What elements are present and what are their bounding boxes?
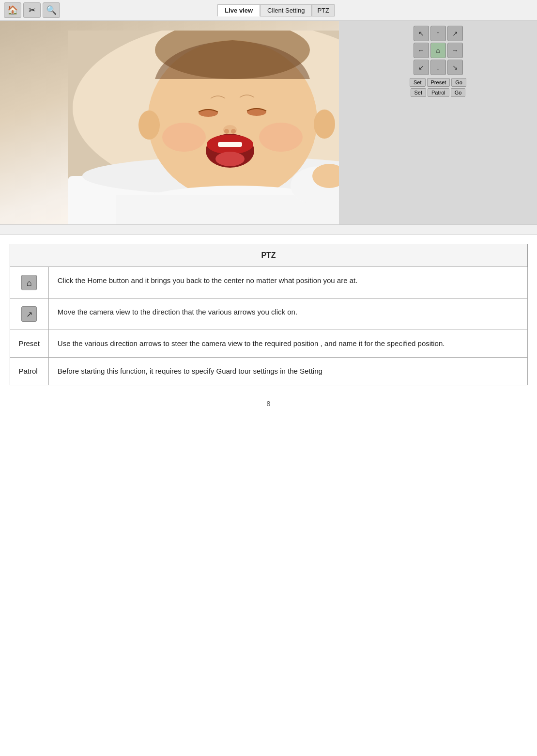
top-toolbar: 🏠 ✂ 🔍 Live view Client Setting PTZ xyxy=(0,0,537,21)
ptz-patrol-row: Set Patrol Go xyxy=(411,88,466,97)
arrow-description: Move the camera view to the direction th… xyxy=(58,308,297,316)
ptz-direction-grid: ↖ ↑ ↗ ← ⌂ → ↙ ↓ ↘ xyxy=(414,26,463,75)
tab-live-view[interactable]: Live view xyxy=(217,4,260,16)
svg-point-16 xyxy=(138,110,160,140)
ptz-s-btn[interactable]: ↓ xyxy=(430,60,446,75)
svg-point-17 xyxy=(314,110,335,139)
ptz-w-btn[interactable]: ← xyxy=(414,43,429,58)
search-toolbar-btn[interactable]: 🔍 xyxy=(43,2,60,18)
patrol-label: Patrol xyxy=(19,367,38,375)
table-title: PTZ xyxy=(10,244,527,267)
main-area: ↖ ↑ ↗ ← ⌂ → ↙ ↓ ↘ Set Preset Go Set Patr… xyxy=(0,21,537,224)
page-number: 8 xyxy=(0,385,537,422)
ptz-se-btn[interactable]: ↘ xyxy=(447,60,463,75)
svg-point-10 xyxy=(224,129,229,134)
svg-point-14 xyxy=(215,152,245,166)
cut-toolbar-btn[interactable]: ✂ xyxy=(23,2,41,18)
tab-ptz[interactable]: PTZ xyxy=(312,4,335,16)
home-description: Click the Home button and it brings you … xyxy=(58,276,358,284)
table-row: ↗ Move the camera view to the direction … xyxy=(10,299,527,330)
preset-description-cell: Use the various direction arrows to stee… xyxy=(48,330,527,358)
table-row: ⌂ Click the Home button and it brings yo… xyxy=(10,267,527,299)
ptz-preset-go-btn[interactable]: Go xyxy=(451,78,466,87)
ptz-n-btn[interactable]: ↑ xyxy=(430,26,446,41)
camera-view xyxy=(0,21,339,224)
preset-label: Preset xyxy=(19,339,40,347)
table-row: Patrol Before starting this function, it… xyxy=(10,358,527,385)
home-icon-cell: ⌂ xyxy=(10,267,48,299)
preset-description: Use the various direction arrows to stee… xyxy=(58,339,445,347)
patrol-description: Before starting this function, it requir… xyxy=(58,367,322,375)
ptz-preset-label-btn[interactable]: Preset xyxy=(427,78,450,87)
arrow-icon: ↗ xyxy=(21,306,37,322)
ptz-home-btn[interactable]: ⌂ xyxy=(430,43,446,58)
camera-image xyxy=(68,31,271,215)
ptz-ne-btn[interactable]: ↗ xyxy=(447,26,463,41)
ptz-patrol-go-btn[interactable]: Go xyxy=(451,88,466,97)
arrow-icon-cell: ↗ xyxy=(10,299,48,330)
ptz-patrol-set-btn[interactable]: Set xyxy=(411,88,427,97)
ptz-preset-set-btn[interactable]: Set xyxy=(410,78,426,87)
ptz-control-panel: ↖ ↑ ↗ ← ⌂ → ↙ ↓ ↘ Set Preset Go Set Patr… xyxy=(339,21,537,224)
ptz-table: PTZ ⌂ Click the Home button and it bring… xyxy=(10,244,528,385)
svg-point-6 xyxy=(259,123,303,152)
separator xyxy=(0,224,537,235)
svg-point-11 xyxy=(231,129,236,134)
arrow-description-cell: Move the camera view to the direction th… xyxy=(48,299,527,330)
home-icon: ⌂ xyxy=(21,275,37,290)
ptz-patrol-label-btn[interactable]: Patrol xyxy=(428,88,449,97)
ptz-e-btn[interactable]: → xyxy=(447,43,463,58)
ptz-nw-btn[interactable]: ↖ xyxy=(414,26,429,41)
ptz-preset-row: Set Preset Go xyxy=(410,78,466,87)
home-description-cell: Click the Home button and it brings you … xyxy=(48,267,527,299)
ptz-sw-btn[interactable]: ↙ xyxy=(414,60,429,75)
svg-rect-15 xyxy=(218,142,242,147)
patrol-description-cell: Before starting this function, it requir… xyxy=(48,358,527,385)
tab-client-setting[interactable]: Client Setting xyxy=(260,4,312,16)
svg-point-5 xyxy=(162,123,206,152)
home-toolbar-btn[interactable]: 🏠 xyxy=(4,2,21,18)
preset-label-cell: Preset xyxy=(10,330,48,358)
patrol-label-cell: Patrol xyxy=(10,358,48,385)
table-row: Preset Use the various direction arrows … xyxy=(10,330,527,358)
